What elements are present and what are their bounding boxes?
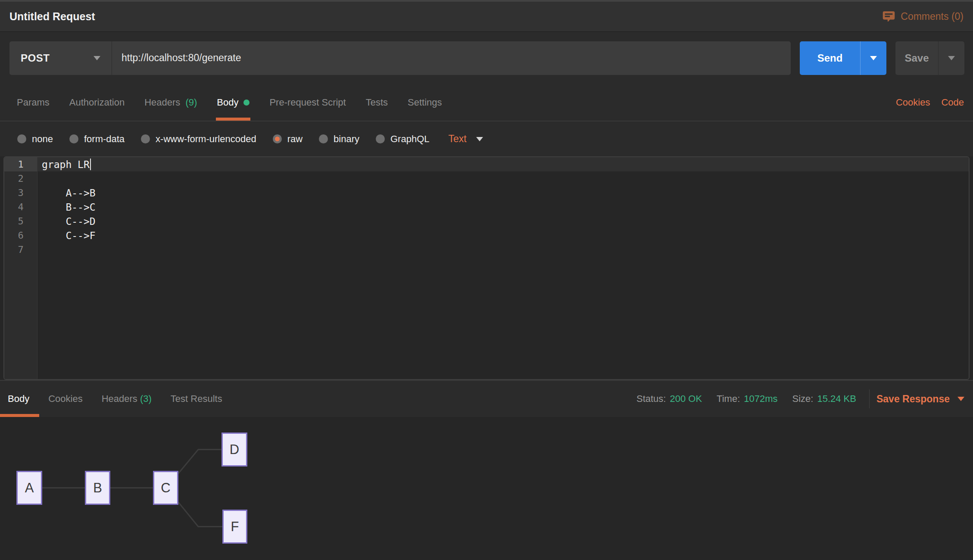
editor-line[interactable]: 5 C-->D: [4, 214, 969, 228]
send-label[interactable]: Send: [800, 41, 860, 75]
editor-line[interactable]: 2: [4, 171, 969, 186]
divider: [869, 389, 870, 408]
code-text[interactable]: A-->B: [42, 187, 96, 199]
url-input[interactable]: [112, 41, 791, 75]
format-selector[interactable]: Text: [449, 133, 483, 145]
radio-none[interactable]: none: [17, 134, 53, 145]
tab-label: Tests: [366, 97, 388, 108]
radio-label: x-www-form-urlencoded: [156, 134, 256, 145]
tab-label: Authorization: [69, 97, 125, 108]
url-bar: POST: [9, 41, 791, 75]
response-meta: Status: 200 OK Time: 1072ms Size: 15.24 …: [622, 389, 964, 408]
tab-body[interactable]: Body: [216, 84, 250, 121]
response-tab-cookies[interactable]: Cookies: [48, 393, 82, 404]
tab-authorization[interactable]: Authorization: [69, 84, 125, 121]
size-value: 15.24 KB: [817, 393, 856, 404]
tab-label: Params: [17, 97, 50, 108]
line-number: 6: [4, 228, 37, 243]
tab-label: Settings: [408, 97, 442, 108]
request-builder: POST Send Save: [0, 32, 973, 84]
status-label: Status:: [636, 393, 666, 404]
radio-icon: [17, 134, 26, 143]
tab-label: Headers: [144, 97, 180, 108]
radio-label: GraphQL: [390, 134, 430, 145]
chevron-down-icon: [94, 56, 100, 60]
diagram-node-F: F: [222, 510, 247, 544]
radio-selected-icon: [273, 134, 282, 143]
method-selector[interactable]: POST: [9, 41, 112, 75]
save-response-button[interactable]: Save Response: [876, 393, 964, 405]
code-text[interactable]: B-->C: [42, 202, 96, 213]
save-button[interactable]: Save: [895, 41, 964, 75]
save-response-label: Save Response: [876, 393, 950, 405]
line-number: 7: [4, 243, 37, 257]
line-number: 2: [4, 171, 37, 186]
radio-form-data[interactable]: form-data: [69, 134, 125, 145]
editor-line[interactable]: 7: [4, 243, 969, 257]
radio-binary[interactable]: binary: [319, 134, 359, 145]
size-badge: Size: 15.24 KB: [792, 393, 856, 404]
diagram-node-C: C: [153, 471, 178, 505]
response-tab-test-results[interactable]: Test Results: [171, 393, 222, 404]
editor-empty-area[interactable]: [4, 257, 969, 380]
code-text[interactable]: C-->D: [42, 216, 96, 227]
editor-line[interactable]: 3 A-->B: [4, 186, 969, 200]
code-link[interactable]: Code: [941, 97, 964, 108]
diagram-node-A: A: [16, 471, 42, 505]
tab-headers[interactable]: Headers (9): [143, 84, 198, 121]
body-modified-dot: [243, 100, 249, 106]
tab-params[interactable]: Params: [16, 84, 50, 121]
chevron-down-icon: [948, 56, 955, 60]
comments-label: Comments (0): [901, 11, 964, 22]
gutter: [4, 257, 37, 380]
diagram-edges: [0, 417, 302, 560]
cookies-link[interactable]: Cookies: [896, 97, 930, 108]
editor-line[interactable]: 1 graph LR: [4, 157, 969, 171]
time-value: 1072ms: [744, 393, 777, 404]
text-cursor: [90, 159, 91, 170]
body-editor[interactable]: 1 graph LR 2 3 A-->B 4 B-->C 5 C-->D 6 C…: [3, 156, 970, 380]
format-label: Text: [449, 133, 467, 145]
active-tab-indicator: [0, 414, 39, 417]
radio-icon: [141, 134, 150, 143]
radio-icon: [376, 134, 385, 143]
radio-x-www-form-urlencoded[interactable]: x-www-form-urlencoded: [141, 134, 256, 145]
title-bar: Untitled Request Comments (0): [0, 0, 973, 32]
comment-icon: [882, 9, 896, 24]
radio-icon: [69, 134, 78, 143]
line-number: 3: [4, 186, 37, 200]
response-tab-body[interactable]: Body: [8, 393, 29, 404]
response-tab-headers[interactable]: Headers (3): [102, 393, 152, 404]
diagram: ABCDF: [0, 417, 973, 560]
tab-pre-request-script[interactable]: Pre-request Script: [268, 84, 346, 121]
editor-line[interactable]: 4 B-->C: [4, 200, 969, 214]
status-badge: Status: 200 OK: [636, 393, 702, 404]
code-text[interactable]: C-->F: [42, 230, 96, 241]
chevron-down-icon: [476, 137, 483, 141]
tab-label: Body: [217, 97, 238, 108]
save-label[interactable]: Save: [895, 41, 938, 75]
body-type-bar: none form-data x-www-form-urlencoded raw…: [0, 121, 973, 156]
radio-raw[interactable]: raw: [273, 134, 303, 145]
comments-button[interactable]: Comments (0): [882, 9, 964, 24]
response-body: ABCDF: [0, 417, 973, 560]
send-button[interactable]: Send: [800, 41, 886, 75]
size-label: Size:: [792, 393, 814, 404]
chevron-down-icon: [957, 397, 964, 401]
time-label: Time:: [717, 393, 740, 404]
tab-settings[interactable]: Settings: [407, 84, 443, 121]
radio-label: form-data: [84, 134, 125, 145]
request-title: Untitled Request: [9, 10, 95, 23]
code-text[interactable]: graph LR: [42, 159, 90, 170]
line-number: 1: [4, 157, 37, 171]
method-label: POST: [21, 52, 50, 64]
radio-graphql[interactable]: GraphQL: [376, 134, 430, 145]
save-options-button[interactable]: [939, 41, 964, 75]
diagram-node-B: B: [85, 471, 110, 505]
radio-label: none: [32, 134, 53, 145]
tab-tests[interactable]: Tests: [365, 84, 389, 121]
editor-line[interactable]: 6 C-->F: [4, 228, 969, 243]
tab-label: Pre-request Script: [269, 97, 346, 108]
radio-label: binary: [334, 134, 359, 145]
send-options-button[interactable]: [861, 41, 886, 75]
